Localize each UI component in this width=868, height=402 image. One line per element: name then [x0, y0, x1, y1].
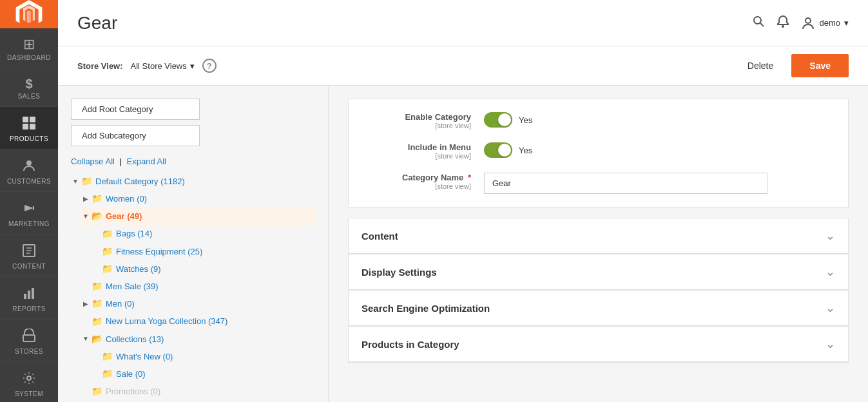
- accordion-seo: Search Engine Optimization ⌄: [348, 291, 849, 327]
- tree-toggle-collections[interactable]: ▼: [81, 334, 90, 343]
- node-label-whats-new[interactable]: What's New (0): [116, 349, 173, 364]
- tree-node-bags[interactable]: 📁 Bags (14): [92, 225, 315, 243]
- notifications-button[interactable]: [776, 15, 789, 31]
- accordion-header-display[interactable]: Display Settings ⌄: [349, 254, 848, 290]
- sidebar-item-marketing[interactable]: MARKETING: [0, 192, 58, 235]
- tree-toggle-women[interactable]: ▶: [81, 195, 90, 204]
- accordion-header-seo[interactable]: Search Engine Optimization ⌄: [349, 291, 848, 326]
- tree-node-whats-new[interactable]: 📁 What's New (0): [92, 348, 315, 365]
- tree-toggle-sale[interactable]: [92, 370, 101, 379]
- tree-node-sale[interactable]: 📁 Sale (0): [92, 365, 315, 383]
- gear-children: 📁 Bags (14) 📁 Fitness Equipment (25) 📁 W…: [92, 225, 315, 278]
- accordion-header-products[interactable]: Products in Category ⌄: [349, 327, 848, 362]
- sidebar-item-stores[interactable]: STORES: [0, 320, 58, 362]
- store-view-actions: Delete Save: [737, 54, 849, 77]
- category-buttons: Add Root Category Add Subcategory: [71, 99, 315, 146]
- node-label-men-sale[interactable]: Men Sale (39): [106, 279, 159, 294]
- store-view-label: Store View:: [77, 61, 123, 71]
- sidebar-item-customers[interactable]: CUSTOMERS: [0, 149, 58, 192]
- tree-node-promotions[interactable]: 📁 Promotions (0): [81, 383, 315, 400]
- node-label-default-category[interactable]: Default Category (1182): [95, 174, 185, 189]
- sidebar-item-products[interactable]: PRODUCTS: [0, 107, 58, 149]
- svg-point-16: [754, 17, 761, 24]
- svg-rect-2: [23, 124, 28, 129]
- node-label-watches[interactable]: Watches (9): [116, 262, 161, 276]
- include-menu-value: Yes: [519, 146, 532, 155]
- tree-node-collections[interactable]: ▼ 📂 Collections (13): [81, 330, 315, 348]
- tree-toggle-default[interactable]: ▼: [71, 177, 80, 186]
- folder-icon-watches: 📁: [102, 261, 113, 277]
- tree-toggle-bags[interactable]: [92, 229, 101, 238]
- required-star: *: [468, 173, 471, 182]
- sidebar-item-system[interactable]: SYSTEM: [0, 362, 58, 402]
- accordion-title-content: Content: [362, 231, 398, 242]
- include-menu-control: Yes: [484, 142, 829, 158]
- add-root-category-button[interactable]: Add Root Category: [71, 99, 200, 120]
- add-subcategory-button[interactable]: Add Subcategory: [71, 125, 200, 146]
- node-label-sale[interactable]: Sale (0): [116, 367, 146, 381]
- accordion-content: Content ⌄: [348, 218, 849, 254]
- node-label-gear[interactable]: Gear (49): [106, 209, 142, 224]
- accordion-header-content[interactable]: Content ⌄: [349, 218, 848, 254]
- folder-icon-men-sale: 📁: [92, 278, 102, 294]
- user-avatar-icon: [801, 16, 815, 30]
- tree-toggle-men[interactable]: ▶: [81, 300, 90, 309]
- sidebar-item-label: MARKETING: [8, 220, 50, 227]
- store-view-dropdown-icon: ▾: [190, 61, 195, 71]
- tree-node-watches[interactable]: 📁 Watches (9): [92, 260, 315, 278]
- store-view-help-icon[interactable]: ?: [202, 59, 217, 73]
- accordion-title-display: Display Settings: [362, 267, 437, 278]
- enable-category-value: Yes: [519, 115, 532, 125]
- node-label-men[interactable]: Men (0): [106, 296, 135, 311]
- delete-button[interactable]: Delete: [737, 55, 784, 76]
- tree-node-yoga[interactable]: 📁 New Luma Yoga Collection (347): [81, 313, 315, 330]
- enable-category-toggle[interactable]: [484, 112, 512, 128]
- sidebar-item-sales[interactable]: $ SALES: [0, 68, 58, 107]
- category-panel: Add Root Category Add Subcategory Collap…: [58, 86, 329, 402]
- main-area: Gear demo ▾ Store View: All Store Views …: [58, 0, 868, 402]
- tree-controls-separator: |: [120, 157, 122, 166]
- tree-node-fitness[interactable]: 📁 Fitness Equipment (25): [92, 243, 315, 260]
- sidebar-logo[interactable]: [0, 0, 58, 28]
- tree-toggle-whats-new[interactable]: [92, 352, 101, 361]
- folder-icon-whats-new: 📁: [102, 349, 113, 365]
- save-button[interactable]: Save: [791, 54, 849, 77]
- user-menu[interactable]: demo ▾: [801, 16, 849, 30]
- category-name-input[interactable]: [484, 173, 767, 194]
- tree-node-men[interactable]: ▶ 📁 Men (0): [81, 295, 315, 312]
- tree-toggle-gear[interactable]: ▼: [81, 212, 90, 221]
- include-menu-label: Include in Menu: [408, 142, 471, 152]
- node-label-fitness[interactable]: Fitness Equipment (25): [116, 244, 202, 259]
- category-name-label-wrap: Category Name * [store view]: [368, 173, 471, 190]
- tree-toggle-promotions[interactable]: [81, 387, 90, 396]
- search-button[interactable]: [752, 15, 765, 31]
- sidebar-item-label: REPORTS: [12, 305, 46, 312]
- node-label-women[interactable]: Women (0): [106, 191, 147, 206]
- tree-node-men-sale[interactable]: 📁 Men Sale (39): [81, 278, 315, 295]
- tree-toggle-watches[interactable]: [92, 265, 101, 274]
- tree-node-default-category[interactable]: ▼ 📁 Default Category (1182): [71, 173, 315, 190]
- tree-toggle-men-sale[interactable]: [81, 282, 90, 291]
- tree-node-gear[interactable]: ▼ 📂 Gear (49): [81, 207, 315, 225]
- tree-node-women[interactable]: ▶ 📁 Women (0): [81, 190, 315, 207]
- sidebar-item-reports[interactable]: REPORTS: [0, 277, 58, 320]
- sidebar-item-label: PRODUCTS: [10, 135, 48, 142]
- node-label-collections[interactable]: Collections (13): [106, 332, 164, 347]
- sidebar-item-dashboard[interactable]: ⊞ DASHBOARD: [0, 28, 58, 68]
- toggle-track: [484, 112, 512, 128]
- expand-all-link[interactable]: Expand All: [127, 157, 166, 166]
- sidebar-item-content[interactable]: CONTENT: [0, 235, 58, 277]
- collapse-all-link[interactable]: Collapse All: [71, 157, 115, 166]
- tree-toggle-fitness[interactable]: [92, 247, 101, 256]
- tree-toggle-yoga[interactable]: [81, 317, 90, 326]
- node-label-yoga[interactable]: New Luma Yoga Collection (347): [106, 314, 227, 329]
- node-label-promotions[interactable]: Promotions (0): [106, 384, 160, 399]
- sidebar-item-label: DASHBOARD: [7, 54, 51, 61]
- svg-rect-1: [30, 117, 35, 122]
- enable-category-label-wrap: Enable Category [store view]: [368, 112, 471, 129]
- node-label-bags[interactable]: Bags (14): [116, 226, 152, 241]
- store-view-select[interactable]: All Store Views ▾: [131, 61, 195, 71]
- accordion-chevron-seo: ⌄: [825, 301, 835, 315]
- default-category-children: ▶ 📁 Women (0) ▼ 📂 Gear (49) 📁: [81, 190, 315, 402]
- include-menu-toggle[interactable]: [484, 142, 512, 158]
